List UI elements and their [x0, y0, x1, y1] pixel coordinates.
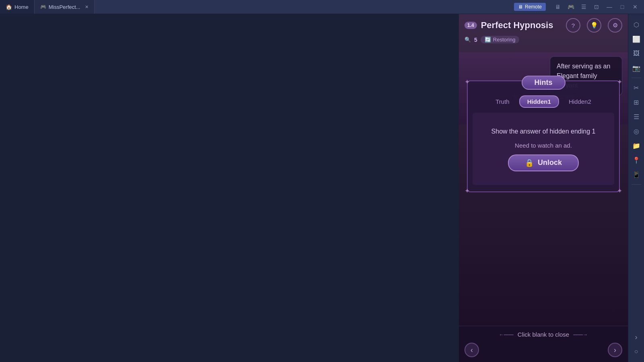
hints-tabs: Truth Hidden1 Hidden2	[468, 95, 619, 108]
hints-modal: ✦ ✦ ✦ ✦ Hints Truth Hidden1 Hidden2 Show…	[467, 80, 620, 192]
ctrl-minimize[interactable]: —	[604, 2, 615, 11]
tab-truth[interactable]: Truth	[488, 95, 516, 108]
tab-hidden1[interactable]: Hidden1	[519, 95, 559, 108]
game-topbar: 1.4 Perfect Hypnosis ? 💡 ⚙ 🔍 5 🔄 Restori…	[459, 14, 628, 54]
remote-icon: 🖥	[518, 4, 523, 10]
sidebar-icon-camera[interactable]: 📷	[630, 62, 643, 74]
remote-label: Remote	[525, 4, 542, 10]
ctrl-gamepad[interactable]: 🎮	[565, 2, 576, 11]
hints-note: Need to watch an ad.	[515, 142, 572, 149]
unlock-button[interactable]: 🔒 Unlock	[508, 154, 579, 171]
lock-icon: 🔒	[525, 158, 534, 167]
corner-br-decoration: ✦	[617, 187, 622, 195]
hints-title-wrap: Hints	[468, 76, 619, 90]
hints-description: Show the answer of hidden ending 1	[491, 127, 596, 136]
ctrl-close[interactable]: ✕	[630, 2, 641, 11]
ctrl-menu[interactable]: ☰	[578, 2, 589, 11]
tab-bar: 🏠 Home 🎮 MissPerfect... ✕	[0, 0, 514, 14]
hints-content-box: Show the answer of hidden ending 1 Need …	[473, 113, 614, 185]
restoring-icon: 🔄	[485, 37, 491, 43]
help-button[interactable]: ?	[566, 18, 580, 33]
hints-title: Hints	[522, 76, 566, 90]
browser-controls: 🖥 🎮 ☰ ⊡ — □ ✕	[549, 2, 644, 11]
tab-home-label: Home	[14, 4, 29, 10]
version-badge: 1.4	[464, 22, 477, 29]
character-area	[459, 245, 628, 326]
tab-favicon: 🎮	[40, 4, 46, 10]
corner-bl-decoration: ✦	[464, 187, 470, 195]
sidebar-icon-grid[interactable]: ⊞	[630, 96, 643, 109]
sidebar-icon-list[interactable]: ☰	[630, 110, 643, 123]
game-bottom: ←—— Click blank to close ——→ ‹ ›	[459, 326, 628, 362]
game-panel: To become the most any outstanding me...…	[459, 14, 628, 362]
restoring-label: Restoring	[493, 37, 516, 43]
browser-chrome: 🏠 Home 🎮 MissPerfect... ✕ 🖥 Remote 🖥 🎮 ☰…	[0, 0, 644, 14]
unlock-label: Unlock	[538, 158, 562, 167]
sidebar-icon-image[interactable]: 🖼	[630, 47, 643, 60]
game-title-row: 1.4 Perfect Hypnosis ? 💡 ⚙	[459, 14, 628, 36]
corner-tr-decoration: ✦	[617, 78, 622, 86]
settings-button[interactable]: ⚙	[608, 18, 622, 33]
ctrl-expand[interactable]: ⊡	[591, 2, 602, 11]
remote-badge: 🖥 Remote	[514, 3, 546, 11]
tab-active-label: MissPerfect...	[49, 4, 80, 10]
game-subtitle-row: 🔍 5 🔄 Restoring	[459, 36, 628, 43]
sidebar-icon-folder[interactable]: 📁	[630, 139, 643, 152]
sidebar-icon-target[interactable]: ◎	[630, 125, 643, 138]
tab-close-button[interactable]: ✕	[85, 4, 89, 10]
ctrl-monitor[interactable]: 🖥	[552, 2, 564, 11]
star-count: 5	[474, 37, 477, 43]
sidebar-collapse-button[interactable]: ›	[630, 331, 643, 343]
close-hint-label: Click blank to close	[518, 331, 569, 338]
sidebar-icon-scissors[interactable]: ✂	[630, 81, 643, 94]
ctrl-maximize[interactable]: □	[617, 2, 628, 11]
nav-arrows: ‹ ›	[459, 343, 628, 357]
tab-active[interactable]: 🎮 MissPerfect... ✕	[35, 0, 95, 14]
close-hint-bar[interactable]: ←—— Click blank to close ——→	[459, 326, 628, 343]
search-icon: 🔍	[464, 37, 471, 43]
tab-home[interactable]: 🏠 Home	[0, 0, 35, 14]
sidebar-divider-2	[632, 184, 641, 185]
right-sidebar: ⬡ ⬜ 🖼 📷 ✂ ⊞ ☰ ◎ 📁 📍 📱 › ○	[628, 14, 644, 362]
game-title: Perfect Hypnosis	[481, 20, 553, 31]
prev-button[interactable]: ‹	[464, 343, 479, 357]
tab-hidden2[interactable]: Hidden2	[561, 95, 599, 108]
restoring-badge: 🔄 Restoring	[481, 36, 520, 43]
sidebar-icon-hexagon[interactable]: ⬡	[630, 18, 643, 31]
sidebar-divider	[632, 78, 641, 78]
sidebar-circle-button[interactable]: ○	[630, 345, 643, 358]
left-arrow-deco: ←——	[499, 332, 514, 337]
main-area: To become the most any outstanding me...…	[0, 14, 628, 362]
home-icon: 🏠	[6, 4, 12, 10]
right-arrow-deco: ——→	[573, 332, 588, 337]
next-button[interactable]: ›	[608, 343, 622, 357]
left-empty-area	[0, 14, 459, 362]
sidebar-icon-phone[interactable]: 📱	[630, 168, 643, 181]
corner-tl-decoration: ✦	[464, 78, 470, 86]
hint-bulb-button[interactable]: 💡	[587, 18, 601, 33]
sidebar-icon-square[interactable]: ⬜	[630, 33, 643, 45]
sidebar-icon-pin[interactable]: 📍	[630, 154, 643, 167]
